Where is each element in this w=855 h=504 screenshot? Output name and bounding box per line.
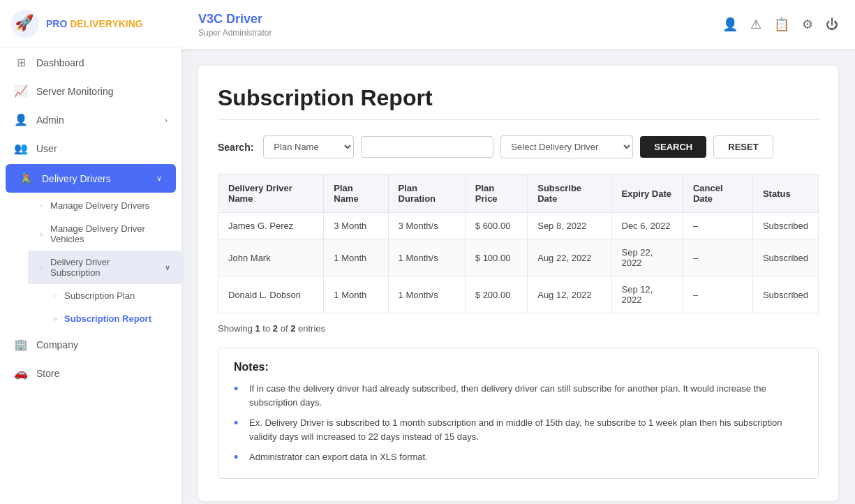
manage-drivers-label: Manage Delivery Drivers (50, 200, 149, 211)
col-driver-name: Delivery Driver Name (218, 175, 324, 213)
search-button[interactable]: SEARCH (640, 136, 706, 158)
sidebar-item-manage-drivers[interactable]: Manage Delivery Drivers (28, 194, 181, 217)
clipboard-icon[interactable]: 📋 (774, 17, 789, 32)
logo[interactable]: 🚀 PRO DELIVERYKING (0, 0, 181, 48)
sidebar-item-label: Admin (36, 114, 64, 126)
sidebar-item-manage-vehicles[interactable]: Manage Delivery Driver Vehicles (28, 217, 181, 251)
subscription-table: Delivery Driver Name Plan Name Plan Dura… (218, 174, 819, 313)
header-left: V3C Driver Super Administrator (198, 12, 272, 38)
settings-icon[interactable]: ⚙ (802, 17, 813, 32)
sidebar-item-subscription-report[interactable]: Subscription Report (42, 307, 181, 330)
chevron-down-icon: ∨ (165, 263, 170, 272)
content-card: Subscription Report Search: Plan Name 1 … (198, 66, 838, 501)
user-icon: 👥 (14, 142, 28, 155)
delivery-sub-menu: Manage Delivery Drivers Manage Delivery … (0, 194, 181, 330)
table-row: Donald L. Dobson1 Month1 Month/s$ 200.00… (218, 276, 819, 313)
reset-button[interactable]: RESET (713, 135, 773, 158)
manage-vehicles-label: Manage Delivery Driver Vehicles (50, 223, 170, 244)
search-bar: Search: Plan Name 1 Month 3 Month 6 Mont… (218, 135, 819, 158)
header-subtitle: Super Administrator (198, 28, 272, 38)
notes-box: Notes: •If in case the delivery driver h… (218, 348, 819, 479)
sidebar-item-label: User (36, 143, 57, 154)
sidebar-item-store[interactable]: 🚗 Store (0, 359, 181, 387)
sidebar-item-label: Delivery Drivers (42, 173, 111, 184)
alert-icon[interactable]: ⚠ (750, 17, 761, 32)
driver-select[interactable]: Select Delivery Driver James G. Perez Jo… (500, 135, 633, 158)
sidebar-item-driver-subscription[interactable]: Delivery Driver Subscription ∨ (28, 251, 181, 284)
driver-subscription-label: Delivery Driver Subscription (50, 257, 158, 278)
page-title: Subscription Report (218, 85, 819, 111)
bullet-icon: • (234, 416, 242, 431)
chevron-right-icon: › (165, 116, 168, 124)
power-icon[interactable]: ⏻ (826, 17, 838, 32)
sidebar-item-label: Store (36, 368, 59, 379)
header: V3C Driver Super Administrator 👤 ⚠ 📋 ⚙ ⏻ (181, 0, 855, 49)
col-cancel-date: Cancel Date (683, 175, 752, 213)
col-plan-name: Plan Name (324, 175, 388, 213)
logo-icon: 🚀 (11, 10, 39, 38)
title-divider (218, 119, 819, 120)
company-icon: 🏢 (14, 338, 28, 351)
sidebar-item-subscription-plan[interactable]: Subscription Plan (42, 284, 181, 307)
admin-icon: 👤 (14, 113, 28, 126)
chevron-down-icon: ∨ (156, 174, 162, 183)
notes-title: Notes: (234, 361, 803, 373)
sidebar-item-label: Company (36, 339, 78, 350)
col-status: Status (752, 175, 818, 213)
sidebar-item-dashboard[interactable]: ⊞ Dashboard (0, 48, 181, 77)
list-item: •Administrator can export data in XLS fo… (234, 450, 803, 466)
monitor-icon: 📈 (14, 84, 28, 98)
search-label: Search: (218, 142, 253, 153)
subscription-plan-label: Subscription Plan (64, 290, 135, 301)
header-icons: 👤 ⚠ 📋 ⚙ ⏻ (722, 17, 838, 32)
content: Subscription Report Search: Plan Name 1 … (181, 49, 855, 504)
sidebar: 🚀 PRO DELIVERYKING ⊞ Dashboard 📈 Server … (0, 0, 181, 504)
table-row: John Mark1 Month1 Month/s$ 100.00Aug 22,… (218, 239, 819, 276)
col-plan-price: Plan Price (465, 175, 527, 213)
svg-text:🚀: 🚀 (15, 13, 34, 32)
sidebar-item-company[interactable]: 🏢 Company (0, 330, 181, 359)
list-item: •Ex. Delivery Driver is subscribed to 1 … (234, 416, 803, 443)
user-profile-icon[interactable]: 👤 (722, 17, 738, 32)
table-row: James G. Perez3 Month3 Month/s$ 600.00Se… (218, 213, 819, 239)
sidebar-item-user[interactable]: 👥 User (0, 134, 181, 163)
logo-text: PRO DELIVERYKING (46, 18, 143, 29)
sidebar-item-label: Dashboard (36, 57, 84, 68)
subscription-sub-menu: Subscription Plan Subscription Report (28, 284, 181, 330)
col-plan-duration: Plan Duration (388, 175, 465, 213)
entries-info: Showing 1 to 2 of 2 entries (218, 323, 819, 334)
sidebar-item-admin[interactable]: 👤 Admin › (0, 105, 181, 134)
delivery-icon: 🚴 (20, 172, 34, 185)
store-icon: 🚗 (14, 366, 28, 380)
list-item: •If in case the delivery driver had alre… (234, 382, 803, 409)
subscription-report-label: Subscription Report (64, 313, 151, 324)
sidebar-item-delivery-drivers[interactable]: 🚴 Delivery Drivers ∨ (6, 164, 176, 193)
search-input[interactable] (361, 136, 493, 158)
sidebar-item-label: Server Monitoring (36, 86, 114, 97)
bullet-icon: • (234, 450, 242, 466)
notes-list: •If in case the delivery driver had alre… (234, 382, 803, 466)
col-expiry-date: Expiry Date (611, 175, 683, 213)
sidebar-item-server-monitoring[interactable]: 📈 Server Monitoring (0, 77, 181, 105)
col-subscribe-date: Subscribe Date (528, 175, 611, 213)
bullet-icon: • (234, 382, 242, 397)
main-area: V3C Driver Super Administrator 👤 ⚠ 📋 ⚙ ⏻… (181, 0, 855, 504)
header-title: V3C Driver (198, 12, 272, 27)
dashboard-icon: ⊞ (14, 56, 28, 69)
plan-name-select[interactable]: Plan Name 1 Month 3 Month 6 Month 1 Year (263, 135, 354, 158)
